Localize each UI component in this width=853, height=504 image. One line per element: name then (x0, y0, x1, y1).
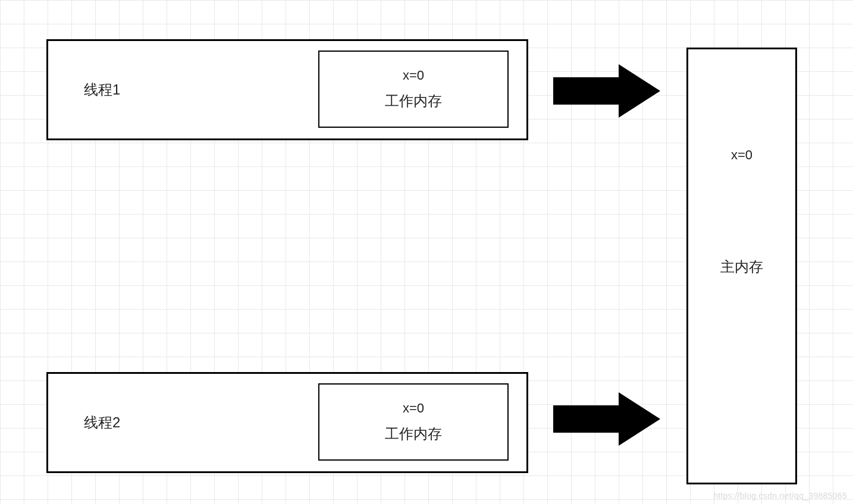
thread-1-label: 线程1 (84, 80, 120, 99)
thread-2-working-memory-label: 工作内存 (385, 424, 442, 443)
main-memory-label: 主内存 (720, 257, 763, 276)
thread-1-variable: x=0 (403, 68, 424, 83)
svg-marker-1 (553, 392, 660, 446)
arrow-thread1-to-main (553, 64, 660, 118)
diagram-canvas: 线程1 x=0 工作内存 线程2 x=0 工作内存 x=0 主内存 https:… (0, 0, 853, 504)
main-memory-variable: x=0 (731, 147, 752, 163)
main-memory-box: x=0 主内存 (686, 48, 797, 484)
arrow-thread2-to-main (553, 392, 660, 446)
arrow-right-icon (553, 392, 660, 446)
arrow-right-icon (553, 64, 660, 118)
thread-1-working-memory-label: 工作内存 (385, 92, 442, 111)
thread-2-label: 线程2 (84, 413, 120, 432)
thread-1-working-memory-box: x=0 工作内存 (318, 51, 509, 128)
thread-2-box: 线程2 x=0 工作内存 (46, 372, 528, 473)
svg-marker-0 (553, 64, 660, 118)
thread-1-box: 线程1 x=0 工作内存 (46, 39, 528, 140)
thread-2-variable: x=0 (403, 401, 424, 416)
thread-2-working-memory-box: x=0 工作内存 (318, 383, 509, 461)
watermark-text: https://blog.csdn.net/qq_39885065 (713, 491, 847, 500)
